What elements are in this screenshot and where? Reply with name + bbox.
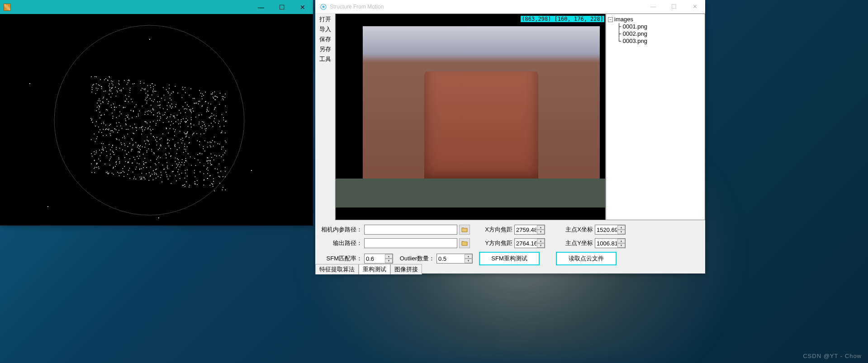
svg-rect-312 [147,91,148,92]
tree-item[interactable]: ├ 0002.png [608,30,703,38]
svg-rect-671 [94,160,95,161]
menu-tools[interactable]: 工具 [315,54,335,64]
spinner[interactable]: ▲▼ [537,239,545,248]
output-path-browse[interactable] [459,238,470,248]
svg-rect-508 [117,172,118,173]
menu-save[interactable]: 保存 [315,34,335,44]
image-viewer[interactable]: (863,298) [160, 176, 228] [335,14,606,220]
maximize-button[interactable]: ☐ [664,0,684,14]
svg-rect-471 [187,176,188,177]
svg-rect-369 [179,162,180,163]
spinner[interactable]: ▲▼ [617,225,625,234]
svg-rect-902 [149,39,150,40]
svg-rect-373 [92,122,93,123]
svg-rect-146 [100,104,101,104]
svg-rect-385 [168,132,169,133]
camera-path-browse[interactable] [459,225,470,235]
minimize-button[interactable]: — [643,0,664,14]
tab-rebuild-test[interactable]: 重构测试 [359,264,390,274]
minimize-button[interactable]: — [251,0,271,14]
svg-rect-651 [204,141,205,141]
close-button[interactable]: ✕ [292,0,313,14]
tree-item[interactable]: └ 0003.png [608,38,703,45]
tree-item[interactable]: ├ 0001.png [608,23,703,30]
file-tree[interactable]: −images ├ 0001.png ├ 0002.png └ 0003.png [606,14,705,220]
svg-rect-498 [118,88,119,89]
svg-rect-169 [178,119,179,120]
svg-rect-708 [211,142,212,143]
svg-rect-593 [111,80,112,81]
spinner[interactable]: ▲▼ [617,239,625,248]
tree-toggle-icon[interactable]: − [608,17,613,22]
svg-rect-137 [219,121,220,122]
titlebar[interactable]: Structure From Motion — ☐ ✕ [315,0,705,14]
svg-rect-763 [146,122,147,123]
svg-rect-809 [98,100,99,101]
svg-rect-341 [186,160,187,161]
maximize-button[interactable]: ☐ [271,0,292,14]
svg-rect-808 [150,176,151,177]
svg-rect-53 [223,187,223,188]
svg-rect-840 [142,106,143,107]
svg-rect-190 [103,148,104,149]
svg-rect-123 [206,111,207,112]
svg-rect-556 [103,98,104,99]
svg-rect-166 [130,92,131,93]
spinner[interactable]: ▲▼ [537,225,545,234]
svg-rect-898 [167,105,168,106]
svg-rect-72 [147,85,148,86]
svg-rect-480 [95,76,95,77]
svg-rect-474 [226,112,227,113]
svg-rect-771 [175,145,175,146]
spinner[interactable]: ▲▼ [385,254,393,263]
svg-rect-864 [96,121,97,122]
titlebar[interactable]: — ☐ ✕ [0,0,313,14]
sfm-rebuild-button[interactable]: SFM重构测试 [479,252,540,265]
svg-rect-202 [215,123,216,123]
svg-rect-734 [182,87,183,88]
tab-feature-extract[interactable]: 特征提取算法 [315,264,359,274]
svg-rect-539 [176,180,177,181]
svg-rect-274 [157,102,158,103]
spinner[interactable]: ▲▼ [465,254,472,263]
svg-rect-377 [140,81,141,82]
svg-rect-54 [153,101,154,102]
svg-rect-871 [204,180,204,181]
menu-import[interactable]: 导入 [315,24,335,34]
svg-rect-726 [196,103,197,104]
svg-rect-300 [117,90,118,91]
svg-rect-21 [128,162,129,163]
load-pointcloud-button[interactable]: 读取点云文件 [556,252,617,265]
svg-rect-248 [103,102,104,103]
tree-root[interactable]: −images [608,16,703,23]
svg-rect-664 [215,99,216,100]
svg-rect-332 [186,118,187,119]
svg-rect-538 [186,134,187,135]
svg-rect-569 [105,91,106,92]
svg-rect-349 [177,158,178,159]
svg-rect-417 [119,122,119,123]
svg-rect-338 [129,178,130,179]
output-path-input[interactable] [364,238,457,248]
svg-rect-616 [156,173,157,174]
svg-rect-619 [103,97,104,98]
svg-rect-228 [133,157,134,158]
svg-rect-468 [124,172,125,173]
menu-saveas[interactable]: 另存 [315,44,335,54]
svg-rect-574 [111,107,112,108]
svg-rect-361 [117,132,118,133]
svg-rect-485 [177,115,178,116]
svg-rect-854 [146,162,147,163]
svg-rect-445 [211,123,212,124]
camera-path-input[interactable] [364,225,457,235]
close-button[interactable]: ✕ [684,0,705,14]
svg-rect-649 [170,105,171,106]
point-cloud-viewer[interactable] [0,14,313,226]
menu-open[interactable]: 打开 [315,14,335,24]
svg-rect-793 [99,99,100,99]
svg-rect-391 [210,175,211,176]
svg-rect-721 [114,107,115,108]
svg-rect-688 [185,121,185,122]
tab-image-stitch[interactable]: 图像拼接 [390,264,422,274]
svg-rect-152 [92,87,93,88]
